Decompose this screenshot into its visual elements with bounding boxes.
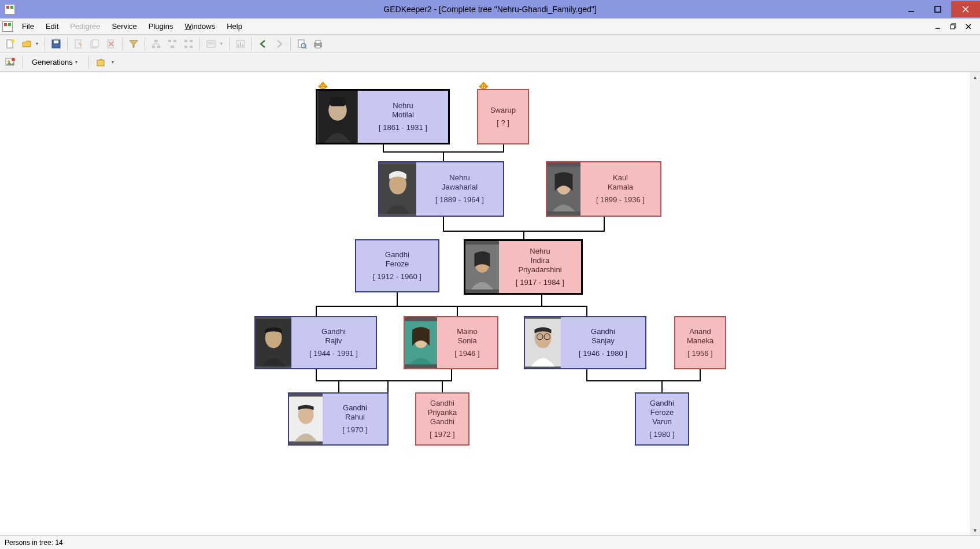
person-surname: Nehru <box>393 101 413 110</box>
menu-edit[interactable]: Edit <box>40 20 64 33</box>
person-node-jawaharlal[interactable]: Nehru Jawaharlal [ 1889 - 1964 ] <box>378 161 504 217</box>
statusbar: Persons in tree: 14 <box>0 535 980 549</box>
person-dates: [ 1946 ] <box>454 349 479 358</box>
maximize-button[interactable] <box>924 1 951 17</box>
svg-rect-52 <box>330 97 346 106</box>
person-photo <box>317 91 358 143</box>
person-node-maneka[interactable]: Anand Maneka [ 1956 ] <box>674 316 726 369</box>
person-node-swarup[interactable]: Swarup [ ? ] <box>477 89 529 144</box>
tree-view1-icon[interactable] <box>149 37 163 51</box>
scroll-up-icon[interactable]: ▴ <box>970 72 980 82</box>
menu-windows[interactable]: Windows <box>179 20 221 33</box>
person-photo <box>465 241 499 293</box>
generations-dropdown[interactable]: Generations ▾ <box>28 57 83 68</box>
delete-icon[interactable] <box>104 37 118 51</box>
image-save-icon[interactable] <box>3 55 17 69</box>
person-node-rahul[interactable]: Gandhi Rahul [ 1970 ] <box>288 392 389 446</box>
scroll-down-icon[interactable]: ▾ <box>970 525 980 535</box>
menubar: File Edit Pedigree Service Plugins Windo… <box>0 18 980 35</box>
mdi-close-button[interactable] <box>963 21 974 32</box>
menu-file[interactable]: File <box>16 20 40 33</box>
person-node-kamala[interactable]: Kaul Kamala [ 1899 - 1936 ] <box>546 161 661 217</box>
tree-canvas[interactable]: ✥ ✥ Nehru Motilal [ 1861 - 1931 ] Swarup… <box>0 72 980 535</box>
person-node-varun[interactable]: Gandhi Feroze Varun [ 1980 ] <box>635 392 689 446</box>
person-dates: [ 1889 - 1964 ] <box>435 195 484 205</box>
svg-rect-37 <box>238 44 239 47</box>
pedigree-icon[interactable] <box>204 37 218 51</box>
svg-point-10 <box>11 39 14 43</box>
print-preview-icon[interactable] <box>295 37 309 51</box>
filter-icon[interactable] <box>127 37 140 51</box>
svg-rect-30 <box>190 40 193 42</box>
mdi-minimize-button[interactable] <box>933 21 944 32</box>
person-photo <box>379 162 416 216</box>
tree-view3-icon[interactable] <box>182 37 195 51</box>
person-middle-name: Gandhi <box>430 417 454 426</box>
svg-rect-45 <box>316 46 320 48</box>
person-surname: Anand <box>689 327 711 336</box>
person-surname: Gandhi <box>343 403 367 413</box>
svg-rect-15 <box>93 40 98 47</box>
person-given-name: Indira <box>531 256 550 265</box>
person-given-name: Kamala <box>608 183 633 192</box>
tree-view2-icon[interactable] <box>165 37 179 51</box>
svg-rect-21 <box>157 46 160 48</box>
person-surname: Gandhi <box>650 399 674 408</box>
svg-rect-32 <box>190 46 193 48</box>
svg-rect-27 <box>173 40 176 42</box>
person-node-motilal[interactable]: Nehru Motilal [ 1861 - 1931 ] <box>316 89 450 144</box>
person-surname: Swarup <box>490 106 516 115</box>
menu-service[interactable]: Service <box>106 20 142 33</box>
app-icon <box>5 4 15 14</box>
person-dates: [ 1917 - 1984 ] <box>516 278 564 287</box>
print-icon[interactable] <box>311 37 325 51</box>
duplicate-icon[interactable] <box>88 37 102 51</box>
pedigree-dropdown-icon[interactable]: ▾ <box>220 41 225 46</box>
menu-pedigree: Pedigree <box>64 20 106 33</box>
svg-rect-1 <box>935 6 941 12</box>
svg-rect-39 <box>242 44 243 47</box>
person-node-sanjay[interactable]: Gandhi Sanjay [ 1946 - 1980 ] <box>524 316 646 369</box>
svg-point-48 <box>12 58 15 61</box>
nav-back-icon[interactable] <box>256 37 270 51</box>
person-dates: [ 1970 ] <box>342 425 367 435</box>
stats-icon[interactable] <box>234 37 247 51</box>
person-node-priyanka[interactable]: Gandhi Priyanka Gandhi [ 1972 ] <box>415 392 469 446</box>
svg-rect-26 <box>168 40 171 42</box>
person-dates: [ 1944 - 1991 ] <box>309 349 358 358</box>
person-node-indira[interactable]: Nehru Indira Priyadarshini [ 1917 - 1984… <box>464 239 583 295</box>
person-dates: [ 1956 ] <box>687 349 712 358</box>
svg-rect-19 <box>154 40 158 42</box>
close-button[interactable] <box>951 1 980 17</box>
person-middle-name: Priyadarshini <box>518 265 561 274</box>
mdi-restore-button[interactable] <box>948 21 959 32</box>
person-node-sonia[interactable]: Maino Sonia [ 1946 ] <box>404 316 498 369</box>
person-given-name: Motilal <box>392 110 414 120</box>
menu-plugins[interactable]: Plugins <box>143 20 179 33</box>
person-given-name: Sanjay <box>591 336 615 346</box>
person-middle-name: Varun <box>652 417 672 426</box>
nav-forward-icon[interactable] <box>272 37 286 51</box>
status-text: Persons in tree: 14 <box>5 539 63 547</box>
titlebar: GEDKeeper2 - [Complete tree "Nehru-Ghand… <box>0 0 980 18</box>
person-dates: [ 1972 ] <box>430 430 454 439</box>
menu-help[interactable]: Help <box>221 20 248 33</box>
person-dates: [ 1946 - 1980 ] <box>579 349 627 358</box>
person-given-name: Rahul <box>345 413 365 422</box>
save-icon[interactable] <box>49 37 63 51</box>
edit-record-icon[interactable] <box>72 37 86 51</box>
open-dropdown-icon[interactable]: ▾ <box>36 41 40 46</box>
person-node-feroze[interactable]: Gandhi Feroze [ 1912 - 1960 ] <box>355 239 439 292</box>
vertical-scrollbar[interactable]: ▴ ▾ <box>970 72 980 535</box>
new-file-icon[interactable] <box>3 37 17 51</box>
minimize-button[interactable] <box>898 1 924 17</box>
svg-line-42 <box>305 47 306 49</box>
open-file-icon[interactable] <box>20 37 34 51</box>
person-node-rajiv[interactable]: Gandhi Rajiv [ 1944 - 1991 ] <box>254 316 377 369</box>
options-icon[interactable] <box>94 55 108 69</box>
person-given-name: Sonia <box>457 336 476 346</box>
person-dates: [ ? ] <box>497 118 509 128</box>
person-given-name: Jawaharlal <box>442 183 478 192</box>
person-photo <box>525 317 561 368</box>
options-dropdown-icon[interactable]: ▾ <box>112 60 116 65</box>
